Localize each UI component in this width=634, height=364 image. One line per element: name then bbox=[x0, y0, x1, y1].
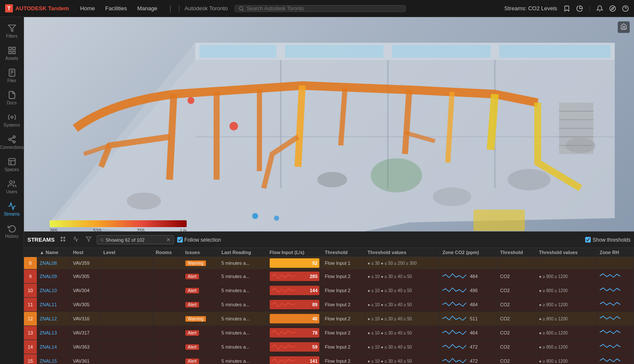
col-host[interactable]: Host bbox=[70, 248, 101, 257]
col-co2-threshold[interactable]: Threshold bbox=[497, 248, 536, 257]
svg-point-18 bbox=[13, 141, 15, 143]
row-level bbox=[101, 354, 153, 364]
row-zone-co2: 464 bbox=[440, 326, 497, 340]
app-logo: T AUTODESK Tandem bbox=[5, 4, 69, 12]
row-name[interactable]: ZNAL15 bbox=[37, 354, 70, 364]
row-flow-input: 52 bbox=[267, 257, 322, 269]
row-number: 10 bbox=[24, 284, 37, 298]
sidebar-label-users: Users bbox=[6, 189, 17, 194]
row-zone-rh bbox=[597, 298, 634, 312]
table-row[interactable]: 14ZNAL14VAV363Alert5 minutes a... 59 Flo… bbox=[24, 340, 634, 354]
row-issues: Warning bbox=[182, 312, 219, 326]
nav-facilities[interactable]: Facilities bbox=[101, 3, 131, 13]
row-co2-threshold-values: ● ≥ 800 ≥ 1200 bbox=[536, 326, 597, 340]
follow-selection-checkbox[interactable] bbox=[177, 237, 183, 243]
color-scale: 265 510 755 L/s bbox=[50, 220, 187, 227]
row-threshold: Flow Input 2 bbox=[322, 326, 365, 340]
row-co2-threshold-values: ● ≥ 800 ≥ 1200 bbox=[536, 354, 597, 364]
grid-view-button[interactable] bbox=[58, 235, 68, 244]
svg-point-38 bbox=[127, 192, 161, 210]
alert-badge: Alert bbox=[185, 288, 199, 293]
table-row[interactable]: 11ZNAL11VAV305Alert5 minutes a... 89 Flo… bbox=[24, 298, 634, 312]
sidebar-label-spaces: Spaces bbox=[5, 167, 19, 172]
scale-label-unit: L/s bbox=[180, 228, 187, 231]
sidebar-item-filters[interactable]: Filters bbox=[0, 21, 24, 42]
chart-view-button[interactable] bbox=[71, 235, 80, 244]
row-name[interactable]: ZNAL10 bbox=[37, 284, 70, 298]
chart-icon[interactable] bbox=[576, 5, 583, 12]
sidebar-label-streams: Streams bbox=[4, 212, 20, 216]
col-co2-threshold-values[interactable]: Threshold values bbox=[536, 248, 597, 257]
facility-name: Autodesk Toronto bbox=[179, 5, 228, 12]
sidebar-item-connections[interactable]: Connections bbox=[0, 132, 24, 153]
row-level bbox=[101, 284, 153, 298]
col-threshold-values[interactable]: Threshold values bbox=[365, 248, 440, 257]
compass-icon[interactable] bbox=[609, 5, 616, 12]
streams-search[interactable]: ✕ bbox=[97, 235, 174, 244]
sidebar-label-files: Files bbox=[7, 78, 16, 83]
search-bar[interactable] bbox=[235, 5, 406, 12]
streams-search-input[interactable] bbox=[105, 237, 164, 243]
sidebar-item-files[interactable]: Files bbox=[0, 65, 24, 86]
table-row[interactable]: 12ZNAL12VAV316Warning5 minutes a... 40 F… bbox=[24, 312, 634, 326]
col-threshold[interactable]: Threshold bbox=[322, 248, 365, 257]
bookmark-icon[interactable] bbox=[563, 5, 570, 12]
sidebar-item-docs[interactable]: Docs bbox=[0, 87, 24, 109]
table-row[interactable]: 9ZNAL09VAV305Alert5 minutes a... 285 Flo… bbox=[24, 269, 634, 284]
svg-rect-33 bbox=[499, 45, 610, 58]
3d-view[interactable]: 265 510 755 L/s bbox=[24, 17, 634, 231]
bell-icon[interactable] bbox=[596, 5, 603, 12]
scale-label-2: 510 bbox=[93, 228, 101, 231]
row-name[interactable]: ZNAL09 bbox=[37, 269, 70, 284]
row-zone-rh bbox=[597, 312, 634, 326]
home-button[interactable] bbox=[618, 21, 630, 33]
show-thresholds-toggle[interactable]: Show thresholds bbox=[585, 237, 631, 243]
table-row[interactable]: 13ZNAL13VAV317Alert5 minutes a... 78 Flo… bbox=[24, 326, 634, 340]
sidebar-item-spaces[interactable]: Spaces bbox=[0, 154, 24, 175]
sidebar-label-assets: Assets bbox=[5, 56, 18, 61]
row-last-reading: 5 minutes a... bbox=[219, 284, 267, 298]
warning-badge: Warning bbox=[185, 316, 206, 322]
streams-table-wrapper[interactable]: ▲ Name Host Level Rooms Issues Last Read… bbox=[24, 248, 634, 364]
col-level[interactable]: Level bbox=[101, 248, 153, 257]
col-zone-rh[interactable]: Zone RH bbox=[597, 248, 634, 257]
sidebar-item-streams[interactable]: Streams bbox=[0, 198, 24, 220]
row-name[interactable]: ZNAL11 bbox=[37, 298, 70, 312]
col-issues[interactable]: Issues bbox=[182, 248, 219, 257]
row-name[interactable]: ZNAL14 bbox=[37, 340, 70, 354]
col-name[interactable]: ▲ Name bbox=[37, 248, 70, 257]
sidebar-item-assets[interactable]: Assets bbox=[0, 43, 24, 64]
row-name[interactable]: ZNAL08 bbox=[37, 257, 70, 269]
table-row[interactable]: 15ZNAL15VAV361Alert5 minutes a... 141 Fl… bbox=[24, 354, 634, 364]
filter-streams-button[interactable] bbox=[84, 235, 93, 244]
nav-manage[interactable]: Manage bbox=[133, 3, 161, 13]
sidebar-item-history[interactable]: History bbox=[0, 221, 24, 242]
follow-selection-toggle[interactable]: Follow selection bbox=[177, 237, 221, 243]
row-zone-co2: 511 bbox=[440, 312, 497, 326]
row-name[interactable]: ZNAL12 bbox=[37, 312, 70, 326]
show-thresholds-checkbox[interactable] bbox=[585, 237, 591, 243]
row-flow-input: 285 bbox=[267, 269, 322, 284]
row-co2-threshold-values: ● ≥ 800 ≥ 1200 bbox=[536, 298, 597, 312]
help-icon[interactable] bbox=[622, 5, 629, 12]
sidebar-item-systems[interactable]: Systems bbox=[0, 109, 24, 131]
col-rooms[interactable]: Rooms bbox=[153, 248, 182, 257]
search-input[interactable] bbox=[247, 6, 402, 12]
svg-line-1 bbox=[242, 9, 244, 11]
table-row[interactable]: 10ZNAL10VAV304Alert5 minutes a... 144 Fl… bbox=[24, 284, 634, 298]
col-sort-indicator[interactable] bbox=[24, 248, 37, 257]
nav-home[interactable]: Home bbox=[76, 3, 99, 13]
clear-search-button[interactable]: ✕ bbox=[166, 237, 171, 243]
row-co2-threshold-values bbox=[536, 257, 597, 269]
streams-icon bbox=[8, 202, 16, 210]
svg-marker-6 bbox=[8, 25, 15, 32]
row-flow-input: 78 bbox=[267, 326, 322, 340]
row-name[interactable]: ZNAL13 bbox=[37, 326, 70, 340]
assets-icon bbox=[8, 46, 16, 55]
col-zone-co2[interactable]: Zone CO2 (ppm) bbox=[440, 248, 497, 257]
col-last-reading[interactable]: Last Reading bbox=[219, 248, 267, 257]
sidebar-item-users[interactable]: Users bbox=[0, 176, 24, 198]
col-flow-input[interactable]: Flow Input (L/s) bbox=[267, 248, 322, 257]
svg-rect-31 bbox=[285, 45, 384, 58]
table-row[interactable]: 8ZNAL08VAV359Warning5 minutes a... 52 Fl… bbox=[24, 257, 634, 269]
